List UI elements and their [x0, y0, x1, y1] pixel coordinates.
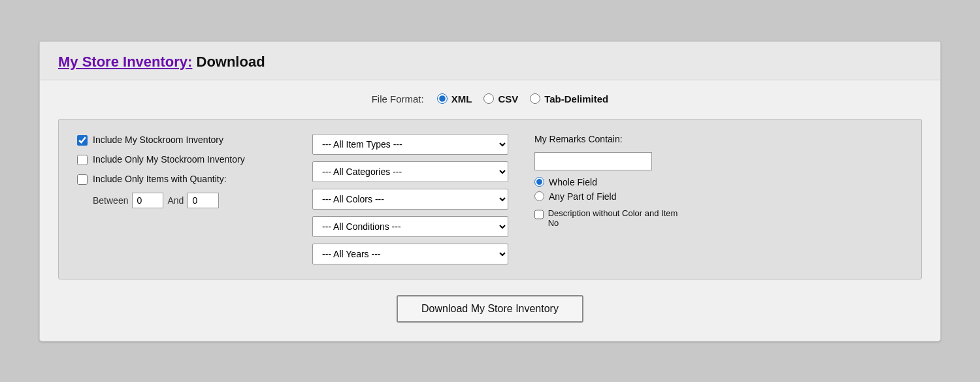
format-xml-radio[interactable]	[437, 93, 448, 104]
right-col: My Remarks Contain: Whole Field Any Part…	[534, 134, 704, 228]
only-stockroom-row: Include Only My Stockroom Inventory	[77, 153, 286, 165]
between-row: Between And	[93, 193, 286, 208]
file-format-label: File Format:	[372, 93, 424, 104]
page-body: File Format: XML CSV Tab-Delimited	[40, 80, 940, 341]
format-xml-option[interactable]: XML	[437, 93, 472, 104]
remarks-label: My Remarks Contain:	[534, 134, 704, 144]
between-value1-input[interactable]	[132, 193, 163, 208]
format-xml-label: XML	[451, 93, 472, 104]
only-stockroom-label: Include Only My Stockroom Inventory	[93, 153, 245, 165]
format-tab-radio[interactable]	[530, 93, 540, 104]
years-select[interactable]: --- All Years ---	[312, 244, 508, 264]
between-value2-input[interactable]	[188, 193, 219, 208]
desc-no-color-label: Description without Color and Item No	[548, 208, 678, 228]
download-btn-row: Download My Store Inventory	[58, 295, 922, 323]
title-suffix: Download	[192, 54, 265, 70]
categories-select[interactable]: --- All Categories ---	[312, 161, 508, 182]
desc-no-color-checkbox[interactable]	[534, 210, 544, 219]
whole-field-label: Whole Field	[549, 177, 597, 187]
between-label: Between	[93, 195, 128, 206]
main-card: My Store Inventory: Download File Format…	[39, 41, 941, 342]
format-csv-radio[interactable]	[483, 93, 494, 104]
page-header: My Store Inventory: Download	[40, 42, 940, 80]
conditions-select[interactable]: --- All Conditions ---	[312, 216, 508, 237]
format-csv-label: CSV	[498, 93, 518, 104]
format-tab-option[interactable]: Tab-Delimited	[530, 93, 608, 104]
format-csv-option[interactable]: CSV	[483, 93, 518, 104]
only-quantity-row: Include Only Items with Quantity:	[77, 173, 286, 185]
and-label: And	[167, 195, 184, 206]
download-button[interactable]: Download My Store Inventory	[397, 295, 583, 323]
colors-select[interactable]: --- All Colors ---	[312, 189, 508, 210]
desc-checkbox-row: Description without Color and Item No	[534, 208, 678, 228]
only-quantity-label: Include Only Items with Quantity:	[93, 173, 227, 185]
left-col: Include My Stockroom Inventory Include O…	[77, 134, 286, 209]
page-title: My Store Inventory: Download	[58, 54, 922, 71]
middle-col: --- All Item Types --- --- All Categorie…	[312, 134, 508, 264]
any-part-option[interactable]: Any Part of Field	[534, 191, 704, 202]
include-stockroom-label: Include My Stockroom Inventory	[93, 134, 223, 146]
any-part-radio[interactable]	[534, 191, 544, 201]
field-match-radio-group: Whole Field Any Part of Field	[534, 177, 704, 202]
item-types-select[interactable]: --- All Item Types ---	[312, 134, 508, 155]
include-stockroom-checkbox[interactable]	[77, 135, 88, 146]
any-part-label: Any Part of Field	[549, 191, 617, 202]
options-box: Include My Stockroom Inventory Include O…	[58, 119, 922, 279]
file-format-row: File Format: XML CSV Tab-Delimited	[58, 93, 922, 104]
whole-field-radio[interactable]	[534, 177, 544, 187]
include-stockroom-row: Include My Stockroom Inventory	[77, 134, 286, 146]
only-stockroom-checkbox[interactable]	[77, 155, 88, 165]
remarks-input[interactable]	[534, 152, 652, 170]
format-tab-label: Tab-Delimited	[544, 93, 608, 104]
store-inventory-link[interactable]: My Store Inventory:	[58, 54, 192, 70]
only-quantity-checkbox[interactable]	[77, 174, 88, 185]
whole-field-option[interactable]: Whole Field	[534, 177, 704, 187]
file-format-radio-group: XML CSV Tab-Delimited	[437, 93, 609, 104]
